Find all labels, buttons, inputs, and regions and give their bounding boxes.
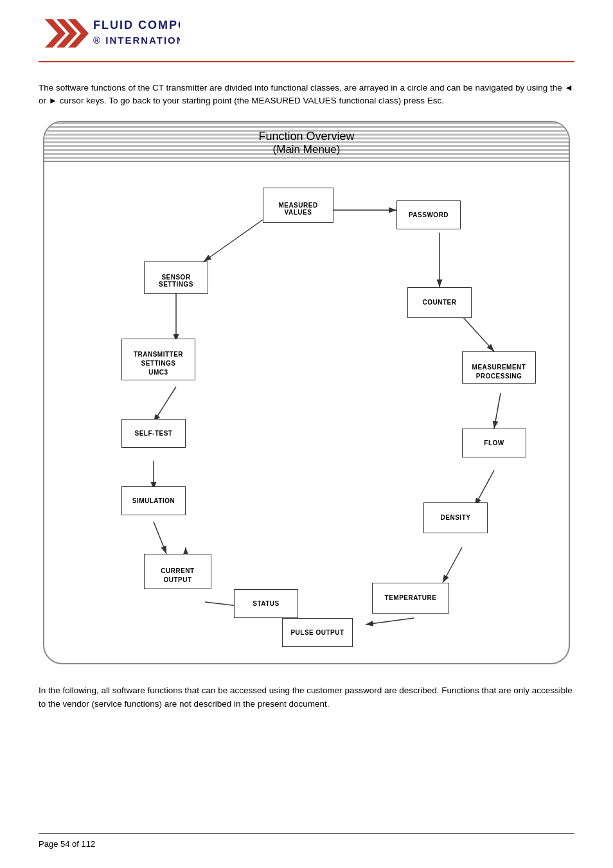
page-footer: Page 54 of 112 — [39, 833, 574, 849]
footer-text: In the following, all software functions… — [39, 684, 574, 711]
svg-text:FLUID COMPONENTS: FLUID COMPONENTS — [93, 19, 180, 31]
svg-line-7 — [204, 220, 263, 261]
box-density: DENSITY — [423, 502, 488, 533]
svg-line-11 — [154, 387, 176, 422]
box-measurement-processing: MEASUREMENTPROCESSING — [462, 351, 536, 384]
svg-line-18 — [366, 618, 414, 624]
diagram-body: MEASUREDVALUES SENSORSETTINGS PASSWORD T… — [44, 162, 569, 663]
box-flow: FLOW — [462, 429, 526, 457]
box-sensor-settings: SENSORSETTINGS — [144, 261, 208, 294]
box-self-test: SELF-TEST — [121, 419, 186, 448]
box-current-output: CURRENTOUTPUT — [144, 554, 211, 589]
arrows-svg — [44, 162, 569, 663]
box-measured-values: MEASUREDVALUES — [263, 188, 333, 223]
svg-text:® INTERNATIONAL LLC: ® INTERNATIONAL LLC — [93, 35, 180, 46]
box-pulse-output: PULSE OUTPUT — [282, 618, 353, 647]
logo: FLUID COMPONENTS ® INTERNATIONAL LLC — [39, 13, 180, 55]
svg-line-15 — [154, 522, 166, 554]
box-password: PASSWORD — [396, 200, 461, 229]
page-container: FLUID COMPONENTS ® INTERNATIONAL LLC The… — [0, 0, 613, 868]
svg-line-16 — [443, 547, 462, 583]
header: FLUID COMPONENTS ® INTERNATIONAL LLC — [39, 13, 574, 62]
svg-line-12 — [494, 393, 501, 429]
box-simulation: SIMULATION — [121, 486, 186, 515]
box-counter: COUNTER — [407, 287, 472, 318]
diagram-container: Function Overview (Main Menue) — [43, 121, 570, 664]
intro-text: The software functions of the CT transmi… — [39, 82, 574, 108]
box-status: STATUS — [234, 589, 298, 618]
svg-line-14 — [475, 470, 494, 506]
diagram-header: Function Overview (Main Menue) — [44, 122, 569, 162]
box-transmitter-settings: TRANSMITTERSETTINGSUMC3 — [121, 339, 195, 380]
page-number: Page 54 of 112 — [39, 839, 95, 849]
logo-svg: FLUID COMPONENTS ® INTERNATIONAL LLC — [39, 13, 180, 55]
box-temperature: TEMPERATURE — [372, 583, 449, 614]
svg-line-10 — [462, 316, 494, 351]
diagram-title-line1: Function Overview — [44, 130, 569, 143]
diagram-title-line2: (Main Menue) — [44, 143, 569, 156]
